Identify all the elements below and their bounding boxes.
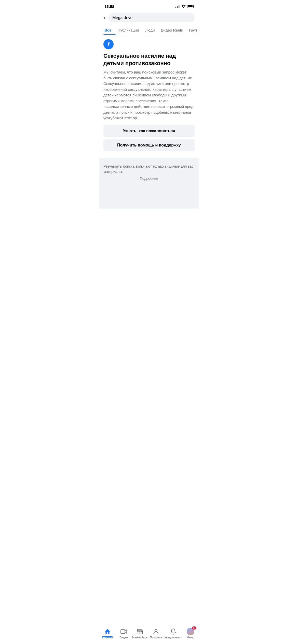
facebook-logo: f (103, 39, 114, 49)
status-icons (175, 5, 194, 8)
report-button[interactable]: Узнать, как пожаловаться (103, 125, 195, 137)
warning-card: f Сексуальное насилие над детьми противо… (99, 35, 199, 154)
info-section: Результаты поиска включают только видимы… (99, 158, 199, 209)
search-query: Mega drive (112, 16, 132, 20)
fb-logo-letter: f (107, 41, 109, 47)
status-time: 15:58 (104, 4, 114, 9)
battery-icon (187, 5, 194, 8)
tab-reels[interactable]: Видео Reels (160, 25, 187, 35)
info-text: Результаты поиска включают только видимы… (103, 164, 195, 174)
learn-more-link[interactable]: Подробнее (103, 177, 195, 181)
help-button[interactable]: Получить помощь и поддержку (103, 139, 195, 151)
warning-body: Мы считаем, что ваш поисковый запрос мож… (103, 69, 195, 121)
back-button[interactable]: ‹ (103, 14, 105, 21)
tab-people[interactable]: Люди (144, 25, 159, 35)
warning-title: Сексуальное насилие над детьми противоза… (103, 52, 195, 67)
status-bar: 15:58 (99, 0, 199, 11)
signal-icon (175, 5, 180, 8)
tab-groups[interactable]: Груп (188, 25, 199, 35)
tab-all[interactable]: Все (103, 25, 116, 35)
search-input[interactable]: Mega drive (108, 13, 195, 22)
tab-posts[interactable]: Публикации (117, 25, 143, 35)
search-tabs: Все Публикации Люди Видео Reels Груп (99, 25, 199, 35)
wifi-icon (182, 5, 186, 8)
search-bar: ‹ Mega drive (99, 11, 199, 25)
